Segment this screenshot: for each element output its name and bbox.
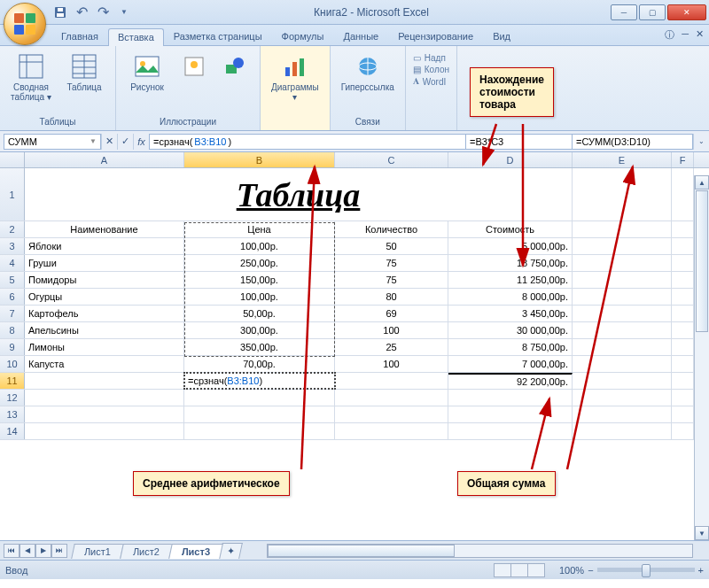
fx-button[interactable]: fx — [133, 134, 149, 150]
hyperlink-button[interactable]: Гиперссылка — [338, 50, 398, 95]
tab-page-layout[interactable]: Разметка страницы — [164, 27, 272, 45]
new-sheet-icon: ✦ — [227, 545, 235, 557]
hscroll-thumb[interactable] — [268, 545, 455, 557]
title-cell[interactable]: Таблица — [25, 168, 573, 220]
sheet-tab[interactable]: Лист1 — [71, 544, 124, 559]
zoom-level[interactable]: 100% — [559, 565, 584, 576]
wordart-icon: 𝐀 — [413, 76, 419, 87]
row-header[interactable]: 7 — [0, 306, 25, 321]
name-box[interactable]: СУММ ▼ — [4, 134, 101, 150]
table-button[interactable]: Таблица — [60, 50, 108, 95]
svg-rect-1 — [26, 13, 35, 23]
sheet-nav-next[interactable]: ▶ — [35, 544, 51, 558]
sheet-nav-first[interactable]: ⏮ — [4, 544, 19, 558]
row-header[interactable]: 2 — [0, 221, 25, 237]
row-header[interactable]: 8 — [0, 322, 25, 338]
textbox-icon: ▭ — [413, 53, 421, 63]
sheet-nav: ⏮ ◀ ▶ ⏭ — [4, 544, 67, 558]
scroll-thumb[interactable] — [696, 190, 708, 332]
col-header-b[interactable]: B — [184, 152, 335, 167]
svg-rect-3 — [26, 25, 35, 35]
help-icon[interactable]: ⓘ — [665, 28, 674, 42]
namebox-dropdown-icon[interactable]: ▼ — [90, 137, 97, 145]
scroll-down-button[interactable]: ▼ — [695, 526, 709, 540]
row-header[interactable]: 5 — [0, 272, 25, 288]
picture-icon — [133, 52, 161, 81]
vertical-scrollbar[interactable]: ▲ ▼ — [694, 175, 709, 540]
zoom-slider[interactable] — [597, 568, 695, 572]
row-header[interactable]: 4 — [0, 255, 25, 271]
row-header[interactable]: 1 — [0, 168, 25, 220]
scroll-up-button[interactable]: ▲ — [695, 175, 709, 190]
header-footer-button[interactable]: ▤Колон — [413, 65, 449, 74]
col-header-a[interactable]: A — [25, 152, 184, 167]
enter-formula-button[interactable]: ✓ — [117, 134, 133, 150]
table-row: 11 =срзнач(B3:B10) 92 200,00р. — [0, 373, 709, 390]
row-header[interactable]: 10 — [0, 356, 25, 372]
title-bar: ↶ ↷ ▼ Книга2 - Microsoft Excel ─ ▢ ✕ — [0, 0, 709, 25]
table-row: 12 — [0, 390, 709, 406]
office-button[interactable] — [4, 3, 46, 45]
undo-icon[interactable]: ↶ — [73, 4, 90, 21]
sheet-nav-prev[interactable]: ◀ — [19, 544, 35, 558]
table-row: 3Яблоки100,00р.505 000,00р. — [0, 238, 709, 255]
zoom-in-button[interactable]: + — [698, 565, 704, 576]
col-header-c[interactable]: C — [335, 152, 448, 167]
table-row: 4Груши250,00р.7518 750,00р. — [0, 255, 709, 272]
expand-formula-bar-icon[interactable]: ⌄ — [693, 134, 709, 150]
svg-rect-0 — [14, 13, 24, 23]
redo-icon[interactable]: ↷ — [94, 4, 112, 21]
svg-rect-15 — [136, 57, 159, 76]
save-icon[interactable] — [51, 4, 69, 21]
tab-formulas[interactable]: Формулы — [272, 27, 334, 45]
formula-input[interactable]: =срзнач(B3:B10) — [149, 134, 466, 150]
shapes-button[interactable] — [217, 50, 253, 83]
page-layout-view-button[interactable] — [510, 563, 528, 577]
close-button[interactable]: ✕ — [667, 4, 706, 20]
row-header[interactable]: 9 — [0, 339, 25, 355]
sheet-nav-last[interactable]: ⏭ — [51, 544, 67, 558]
row-header[interactable]: 6 — [0, 289, 25, 305]
editing-cell[interactable]: =срзнач(B3:B10) — [184, 373, 335, 389]
svg-rect-6 — [58, 8, 63, 12]
minimize-ribbon-icon[interactable]: ─ — [682, 28, 689, 42]
col-header-e[interactable]: E — [573, 152, 672, 167]
chart-icon — [281, 52, 309, 81]
page-break-view-button[interactable] — [527, 563, 545, 577]
formula-display-2: =B3*C3 — [466, 134, 573, 150]
picture-button[interactable]: Рисунок — [123, 50, 171, 95]
charts-button[interactable]: Диаграммы ▾ — [268, 50, 323, 104]
cancel-formula-button[interactable]: ✕ — [101, 134, 117, 150]
select-all-corner[interactable] — [0, 152, 25, 167]
svg-rect-21 — [285, 67, 290, 76]
row-header[interactable]: 3 — [0, 238, 25, 254]
tab-data[interactable]: Данные — [333, 27, 388, 45]
row-header[interactable]: 11 — [0, 373, 25, 389]
doc-close-icon[interactable]: ✕ — [696, 28, 704, 42]
normal-view-button[interactable] — [494, 563, 511, 577]
col-header-f[interactable]: F — [672, 152, 694, 167]
col-header-d[interactable]: D — [448, 152, 573, 167]
pivot-table-button[interactable]: Сводная таблица ▾ — [7, 50, 55, 104]
tab-home[interactable]: Главная — [51, 27, 108, 45]
maximize-button[interactable]: ▢ — [639, 4, 666, 20]
horizontal-scrollbar[interactable] — [267, 544, 693, 558]
wordart-button[interactable]: 𝐀WordI — [413, 76, 449, 87]
textbox-button[interactable]: ▭Надп — [413, 53, 449, 63]
sheet-tab[interactable]: Лист3 — [168, 544, 223, 559]
table-row: 6Огурцы100,00р.808 000,00р. — [0, 289, 709, 306]
callout-top: Нахождение стоимости товара — [470, 67, 554, 117]
table-row: 13 — [0, 406, 709, 423]
tab-view[interactable]: Вид — [483, 27, 520, 45]
qat-dropdown-icon[interactable]: ▼ — [115, 4, 133, 21]
tab-review[interactable]: Рецензирование — [388, 27, 483, 45]
clipart-button[interactable] — [176, 50, 212, 83]
sheet-tab[interactable]: Лист2 — [120, 544, 173, 559]
tab-insert[interactable]: Вставка — [108, 28, 164, 46]
minimize-button[interactable]: ─ — [611, 4, 637, 20]
total-cell[interactable]: 92 200,00р. — [448, 373, 573, 389]
ribbon: Сводная таблица ▾ Таблица Таблицы Рисуно… — [0, 46, 709, 131]
pivot-table-icon — [17, 52, 45, 81]
zoom-out-button[interactable]: − — [588, 565, 593, 576]
callout-left: Среднее арифметическое — [133, 471, 290, 496]
